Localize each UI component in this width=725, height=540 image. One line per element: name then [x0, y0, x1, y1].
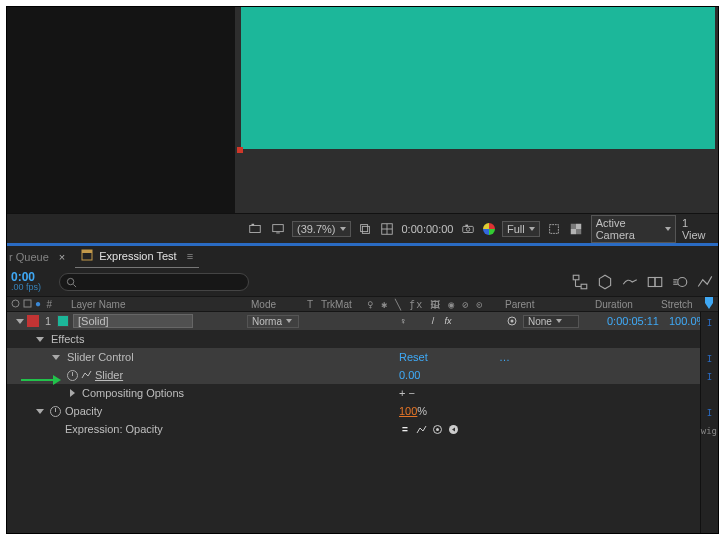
- composition-preview[interactable]: [7, 7, 718, 213]
- svg-rect-4: [360, 224, 367, 231]
- slider-label: Slider: [95, 369, 123, 381]
- source-label-icon[interactable]: ●: [11, 298, 41, 309]
- transparency-grid-icon[interactable]: [568, 220, 584, 238]
- svg-rect-39: [705, 297, 713, 303]
- timeline-keyframe-column[interactable]: I I I I wig: [700, 312, 718, 533]
- add-remove-mask-button[interactable]: + −: [399, 387, 415, 399]
- pickwhip-icon[interactable]: [505, 314, 519, 328]
- zoom-level-value: (39.7%): [297, 223, 336, 235]
- opacity-expression-row[interactable]: Expression: Opacity =: [7, 420, 718, 438]
- stopwatch-icon[interactable]: [50, 406, 61, 417]
- layers-icon[interactable]: [357, 220, 373, 238]
- playhead-icon[interactable]: [702, 296, 716, 310]
- solid-layer-preview[interactable]: [241, 7, 715, 149]
- svg-rect-33: [24, 300, 31, 307]
- svg-rect-26: [648, 278, 655, 287]
- column-stretch[interactable]: Stretch: [657, 299, 701, 310]
- twirl-icon[interactable]: [70, 389, 75, 397]
- take-snapshot-icon[interactable]: [247, 220, 263, 238]
- region-of-interest-icon[interactable]: [546, 220, 562, 238]
- view-count[interactable]: 1 View: [682, 217, 712, 241]
- layer-row[interactable]: 1 [Solid] Norma ♀/fx None 0:00:05:11 100…: [7, 312, 718, 330]
- column-mode[interactable]: Mode: [247, 299, 303, 310]
- expression-language-menu-icon[interactable]: [447, 423, 459, 435]
- column-switches[interactable]: ♀ ✱ ╲ ƒx 🖽 ◉ ⊘ ⊙: [363, 299, 501, 310]
- effects-group[interactable]: Effects: [7, 330, 718, 348]
- preview-timecode[interactable]: 0:00:00:00: [401, 223, 453, 235]
- current-time[interactable]: 0:00 .00 fps): [11, 272, 53, 292]
- expression-enable-icon[interactable]: =: [399, 423, 411, 435]
- expression-pickwhip-icon[interactable]: [431, 423, 443, 435]
- svg-rect-0: [250, 225, 261, 232]
- svg-rect-1: [252, 223, 255, 225]
- svg-rect-15: [576, 229, 581, 234]
- motion-blur-icon[interactable]: [671, 273, 689, 291]
- twirl-icon[interactable]: [16, 319, 24, 324]
- shy-layers-icon[interactable]: [621, 273, 639, 291]
- timeline-column-headers: ● # Layer Name Mode T TrkMat ♀ ✱ ╲ ƒx 🖽 …: [7, 296, 718, 312]
- twirl-icon[interactable]: [36, 337, 44, 342]
- layer-duration[interactable]: 0:00:05:11: [607, 315, 659, 327]
- effect-slider-control[interactable]: Slider Control Reset …: [7, 348, 718, 366]
- blend-mode-dropdown[interactable]: Norma: [247, 315, 299, 328]
- layer-index: 1: [39, 315, 57, 327]
- parent-dropdown[interactable]: None: [523, 315, 579, 328]
- timeline-tabs: r Queue × Expression Test ≡: [7, 246, 718, 268]
- column-layer-name[interactable]: Layer Name: [67, 299, 247, 310]
- compositing-options[interactable]: Compositing Options + −: [7, 384, 718, 402]
- tab-composition-active[interactable]: Expression Test ≡: [75, 246, 199, 269]
- reset-link[interactable]: Reset: [399, 351, 428, 363]
- compositing-options-label: Compositing Options: [82, 387, 184, 399]
- slider-value[interactable]: 0.00: [399, 369, 420, 381]
- svg-rect-5: [362, 226, 369, 233]
- expression-text-truncated: wig: [701, 426, 717, 436]
- column-t[interactable]: T: [303, 299, 317, 310]
- slider-control-label: Slider Control: [67, 351, 134, 363]
- svg-rect-19: [82, 250, 92, 253]
- column-duration[interactable]: Duration: [591, 299, 657, 310]
- svg-point-37: [436, 428, 439, 431]
- twirl-icon[interactable]: [52, 355, 60, 360]
- effect-options-link[interactable]: …: [499, 351, 510, 363]
- safe-zones-icon[interactable]: [379, 220, 395, 238]
- color-wheel-icon[interactable]: [482, 222, 496, 236]
- camera-dropdown[interactable]: Active Camera: [591, 215, 676, 243]
- callout-arrow: [21, 375, 61, 385]
- column-hash: #: [47, 299, 53, 310]
- resolution-dropdown[interactable]: Full: [502, 221, 540, 237]
- frame-blend-icon[interactable]: [646, 273, 664, 291]
- tab-composition-label: Expression Test: [99, 250, 176, 262]
- layer-switches[interactable]: ♀/fx: [397, 315, 514, 327]
- preview-gutter: [7, 7, 235, 213]
- camera-snap-icon[interactable]: [459, 220, 475, 238]
- svg-rect-11: [465, 224, 468, 226]
- svg-rect-14: [571, 223, 576, 228]
- selection-handle[interactable]: [237, 147, 243, 153]
- layer-type-swatch: [57, 315, 69, 327]
- layer-name[interactable]: [Solid]: [73, 314, 193, 328]
- expression-graph-icon[interactable]: [415, 423, 427, 435]
- opacity-value[interactable]: 100: [399, 405, 417, 417]
- svg-point-32: [12, 300, 19, 307]
- zoom-level-dropdown[interactable]: (39.7%): [292, 221, 351, 237]
- svg-line-21: [73, 284, 76, 287]
- column-parent[interactable]: Parent: [501, 299, 591, 310]
- svg-rect-27: [655, 278, 662, 287]
- column-trkmat[interactable]: TrkMat: [317, 299, 363, 310]
- tab-render-queue[interactable]: r Queue: [9, 251, 49, 263]
- monitor-icon[interactable]: [269, 220, 285, 238]
- svg-rect-17: [571, 229, 576, 234]
- stopwatch-icon[interactable]: [67, 370, 78, 381]
- tab-close-queue[interactable]: ×: [59, 251, 65, 263]
- graph-editor-icon[interactable]: [696, 273, 714, 291]
- draft-3d-icon[interactable]: [596, 273, 614, 291]
- svg-rect-16: [576, 223, 581, 228]
- effect-slider-property[interactable]: Slider 0.00: [7, 366, 718, 384]
- twirl-icon[interactable]: [36, 409, 44, 414]
- label-color-swatch[interactable]: [27, 315, 39, 327]
- timeline-search-input[interactable]: [59, 273, 249, 291]
- comp-mini-flowchart-icon[interactable]: [571, 273, 589, 291]
- opacity-property[interactable]: Opacity 100%: [7, 402, 718, 420]
- graph-icon[interactable]: [81, 369, 92, 382]
- panel-menu-icon[interactable]: ≡: [187, 250, 193, 262]
